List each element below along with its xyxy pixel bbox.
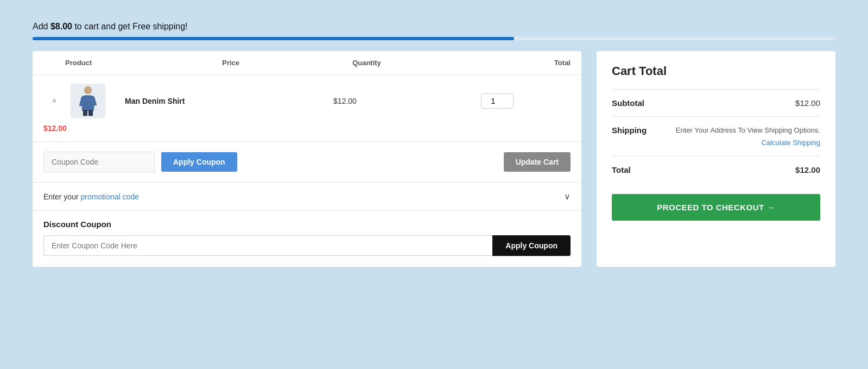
proceed-to-checkout-button[interactable]: PROCEED TO CHECKOUT → (612, 194, 820, 221)
progress-bar-fill (33, 37, 514, 40)
grand-total-value: $12.00 (795, 165, 820, 174)
product-image-svg (75, 85, 101, 117)
calculate-shipping-link[interactable]: Calculate Shipping (762, 139, 820, 147)
product-total: $12.00 (43, 124, 65, 133)
progress-bar-container (33, 37, 835, 40)
table-row: × Man Denim Shirt $12.00 (33, 75, 581, 142)
cart-total-panel: Cart Total Subtotal $12.00 Shipping Ente… (597, 51, 835, 267)
coupon-row: Apply Coupon Update Cart (33, 142, 581, 183)
discount-coupon-title: Discount Coupon (43, 220, 571, 229)
free-shipping-amount: $8.00 (50, 22, 72, 31)
svg-rect-2 (88, 110, 93, 116)
grand-total-row: Total $12.00 (612, 156, 820, 183)
grand-total-label: Total (612, 165, 631, 174)
remove-item-button[interactable]: × (43, 96, 65, 106)
subtotal-row: Subtotal $12.00 (612, 89, 820, 116)
discount-coupon-row: Apply Coupon (43, 235, 571, 256)
free-shipping-suffix: to cart and get Free shipping! (74, 22, 187, 31)
discount-coupon-section: Discount Coupon Apply Coupon (33, 211, 581, 267)
shipping-info: Enter Your Address To View Shipping Opti… (676, 126, 820, 147)
apply-coupon-button[interactable]: Apply Coupon (161, 152, 237, 172)
product-thumbnail (71, 84, 105, 118)
promo-section: Enter your promotional code ∨ (33, 183, 581, 211)
quantity-input[interactable] (481, 93, 514, 109)
shipping-note: Enter Your Address To View Shipping Opti… (676, 126, 820, 135)
header-quantity: Quantity (299, 59, 434, 67)
promo-header[interactable]: Enter your promotional code ∨ (43, 191, 571, 202)
discount-coupon-input[interactable] (43, 235, 492, 256)
discount-apply-button[interactable]: Apply Coupon (492, 235, 571, 256)
header-product: Product (65, 59, 163, 67)
subtotal-value: $12.00 (795, 98, 820, 108)
shipping-label: Shipping (612, 126, 647, 135)
update-cart-button[interactable]: Update Cart (504, 152, 571, 172)
header-price: Price (163, 59, 299, 67)
product-name: Man Denim Shirt (119, 97, 266, 105)
product-price: $12.00 (271, 97, 418, 105)
chevron-down-icon: ∨ (564, 191, 571, 202)
cart-panel: Product Price Quantity Total × (33, 51, 581, 267)
svg-point-0 (84, 86, 92, 95)
coupon-code-input[interactable] (43, 152, 155, 172)
subtotal-label: Subtotal (612, 98, 644, 108)
free-shipping-text: Add $8.00 to cart and get Free shipping! (33, 22, 835, 32)
free-shipping-banner: Add $8.00 to cart and get Free shipping! (33, 22, 835, 40)
main-layout: Product Price Quantity Total × (33, 51, 835, 267)
promo-header-text: Enter your promotional code (43, 192, 139, 201)
header-total: Total (435, 59, 571, 67)
shipping-row: Shipping Enter Your Address To View Ship… (612, 116, 820, 156)
svg-rect-1 (83, 110, 87, 116)
cart-total-title: Cart Total (612, 64, 820, 78)
cart-table-header: Product Price Quantity Total (33, 51, 581, 75)
promo-highlight: promotional code (80, 192, 138, 201)
